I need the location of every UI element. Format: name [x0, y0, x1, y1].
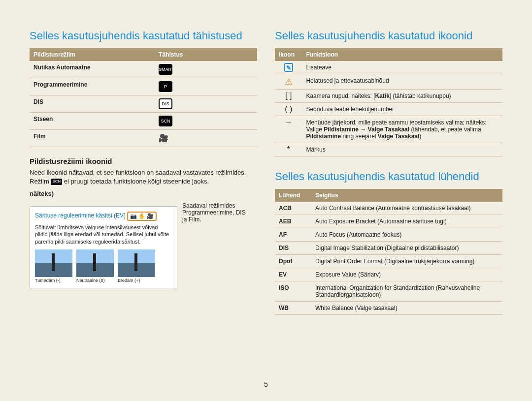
left-column: Selles kasutusjuhendis kasutatud tähistu… — [30, 30, 257, 315]
icons-table: Ikoon Funktsioon ✎Lisateave ⚠Hoiatused j… — [275, 48, 502, 156]
th-sym: Tähistus — [155, 48, 257, 61]
func-cell: Kaamera nupud; näiteks: [Katik] (tähista… — [302, 90, 502, 103]
thumb-brighter — [118, 249, 155, 277]
scn-inline-icon: SCN — [51, 179, 62, 185]
func-cell: Märkus — [302, 143, 502, 156]
example-title: Särituse reguleerimine käsitsi (EV) — [35, 212, 126, 219]
func-cell: Hoiatused ja ettevaatusabinõud — [302, 74, 502, 90]
th-func: Funktsioon — [302, 48, 502, 61]
mode-cell: Film — [30, 130, 155, 147]
program-icon: P — [159, 81, 172, 92]
film-icon: 🎥 — [159, 133, 168, 144]
smart-icon: SMART — [159, 64, 172, 75]
example-caption: Saadaval režiimides Programmeerimine, DI… — [182, 202, 251, 223]
mode-cell: Stseen — [30, 113, 155, 130]
example-mode-icons: 📷 ✋ 🎥 — [127, 212, 157, 221]
abbr-table: Lühend Selgitus ACBAuto Contrast Balance… — [275, 189, 502, 315]
example-box: Särituse reguleerimine käsitsi (EV) 📷 ✋ … — [30, 206, 177, 289]
thumb-neutral — [76, 249, 114, 277]
func-cell: Lisateave — [302, 61, 502, 74]
heading-symbols: Selles kasutusjuhendis kasutatud tähistu… — [30, 30, 257, 42]
th-desc: Selgitus — [311, 189, 502, 202]
mode-cell: Programmeerimine — [30, 78, 155, 95]
subheading-mode-icons: Pildistusrežiimi ikoonid — [30, 157, 257, 165]
mode-cell: DIS — [30, 95, 155, 113]
brackets-icon: [ ] — [275, 90, 302, 103]
asterisk-icon: * — [275, 143, 302, 156]
example-label: näiteks) — [30, 190, 54, 197]
heading-icons: Selles kasutusjuhendis kasutatud ikoonid — [275, 30, 502, 42]
arrow-icon: → — [275, 116, 302, 143]
example-body: Sõltuvalt ümbritseva valguse intensiivsu… — [35, 224, 172, 246]
th-abbr: Lühend — [275, 189, 311, 202]
func-cell: Menüüde järjekord, mille peate sammu teo… — [302, 116, 502, 143]
scene-icon: SCN — [159, 116, 172, 126]
func-cell: Seonduva teabe leheküljenumber — [302, 103, 502, 116]
parens-icon: ( ) — [275, 103, 302, 116]
th-mode: Pildistusrežiim — [30, 48, 155, 61]
page-number: 5 — [0, 380, 532, 388]
mode-icons-paragraph: Need ikoonid näitavad, et see funktsioon… — [30, 168, 257, 185]
heading-abbr: Selles kasutusjuhendis kasutatud lühendi… — [275, 170, 502, 183]
th-icon: Ikoon — [275, 48, 302, 61]
note-icon: ✎ — [284, 63, 293, 72]
symbols-table: Pildistusrežiim Tähistus Nutikas Automaa… — [30, 48, 257, 147]
dis-icon: DIS — [159, 98, 172, 109]
thumb-darker — [35, 249, 72, 277]
mode-cell: Nutikas Automaatne — [30, 61, 155, 78]
warn-icon: ⚠ — [285, 77, 293, 87]
right-column: Selles kasutusjuhendis kasutatud ikoonid… — [275, 30, 502, 315]
